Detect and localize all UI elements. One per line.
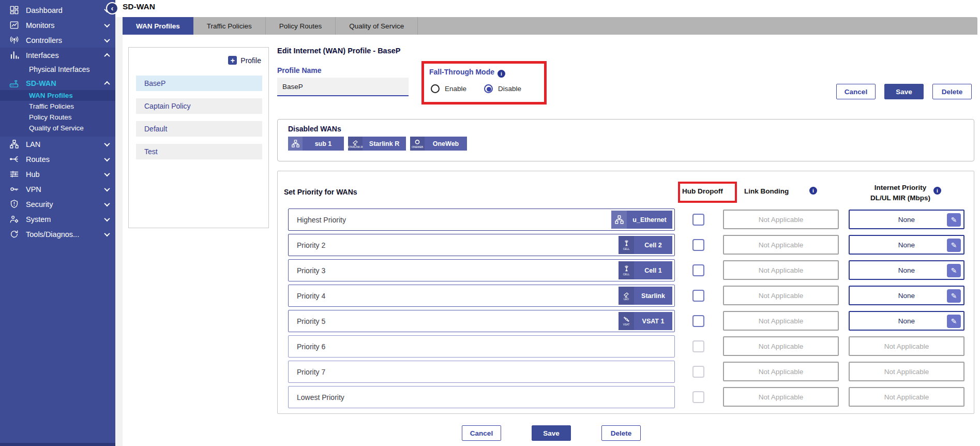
profile-item-basep[interactable]: BaseP (136, 76, 262, 91)
sidebar-item-sd-wan[interactable]: SD-WAN (0, 76, 115, 90)
priority-bar-7[interactable]: Priority 7 (288, 361, 675, 383)
sidebar-item-label: Monitors (26, 21, 98, 29)
wan-chip-sub1[interactable]: sub 1 (288, 137, 344, 151)
disable-radio[interactable]: Disable (484, 84, 521, 93)
bar-chart-icon (9, 50, 19, 61)
user-gear-icon (9, 214, 19, 225)
add-profile-button[interactable]: + Profile (228, 56, 261, 65)
sidebar-item-traffic-policies[interactable]: Traffic Policies (0, 101, 115, 112)
profile-item-default[interactable]: Default (136, 121, 262, 137)
wan-chip-oneweb[interactable]: ONEWEB OneWeb (410, 137, 467, 151)
sidebar-item-label: Physical Interfaces (29, 65, 90, 73)
hub-dropoff-checkbox[interactable] (692, 239, 704, 251)
save-button-top[interactable]: Save (884, 84, 924, 99)
sidebar-item-label: Hub (26, 170, 98, 179)
priority-bar-2[interactable]: Priority 2 CELL Cell 2 (288, 234, 675, 256)
content-gutter (115, 17, 123, 446)
hub-dropoff-checkbox[interactable] (692, 315, 704, 327)
sidebar-item-vpn[interactable]: VPN (0, 182, 115, 197)
sidebar-item-monitors[interactable]: Monitors (0, 18, 115, 33)
sidebar-item-interfaces[interactable]: Interfaces (0, 48, 115, 63)
edit-pencil-button[interactable]: ✎ (947, 315, 961, 328)
wan-chip-u-ethernet[interactable]: u_Ethernet (611, 211, 672, 229)
wan-chip-label: Cell 2 (634, 236, 672, 254)
profile-item-test[interactable]: Test (136, 144, 262, 159)
sidebar-item-quality-of-service[interactable]: Quality of Service (0, 123, 115, 133)
internet-priority-field: None ✎ (849, 260, 964, 280)
delete-button-bottom[interactable]: Delete (601, 425, 641, 441)
internet-priority-field: None ✎ (849, 210, 964, 229)
disabled-wans-chips: sub 1 STARLINK-R Starlink R ONEWEB OneWe… (288, 137, 467, 151)
tab-traffic-policies[interactable]: Traffic Policies (193, 17, 266, 35)
cancel-button-bottom[interactable]: Cancel (462, 425, 501, 441)
cell-tower-icon: CELL (619, 236, 634, 254)
link-bonding-field: Not Applicable (723, 286, 839, 305)
sidebar-item-controllers[interactable]: Controllers (0, 33, 115, 48)
profile-list-panel: + Profile BaseP Captain Policy Default T… (128, 47, 269, 228)
priority-bar-5[interactable]: Priority 5 VSAT VSAT 1 (288, 310, 675, 332)
tab-policy-routes[interactable]: Policy Routes (266, 17, 336, 35)
sidebar-item-label: Quality of Service (29, 124, 84, 132)
sidebar-item-policy-routes[interactable]: Policy Routes (0, 112, 115, 123)
cancel-button-top[interactable]: Cancel (836, 84, 876, 99)
tab-label: Quality of Service (349, 22, 404, 30)
save-button-bottom[interactable]: Save (532, 425, 571, 441)
shield-icon (9, 199, 19, 210)
hub-dropoff-checkbox[interactable] (692, 290, 704, 302)
radio-label: Disable (498, 85, 521, 93)
radio-circle-icon (484, 84, 493, 93)
wan-chip-cell1[interactable]: CELL Cell 1 (619, 261, 672, 279)
profile-name-input[interactable] (277, 78, 409, 96)
satellite-dish-icon: LEO (619, 287, 634, 305)
sidebar-item-tools-diagnostics[interactable]: Tools/Diagnos... (0, 227, 115, 242)
chevron-down-icon (104, 140, 110, 146)
wan-chip-starlink[interactable]: LEO Starlink (619, 287, 672, 305)
ethernet-network-icon (288, 137, 303, 151)
info-icon[interactable]: i (809, 187, 817, 195)
internet-priority-field: Not Applicable (849, 362, 964, 381)
sidebar-item-routes[interactable]: Routes (0, 152, 115, 167)
priority-label: Highest Priority (297, 216, 611, 224)
priority-bar-4[interactable]: Priority 4 LEO Starlink (288, 285, 675, 307)
edit-pencil-button[interactable]: ✎ (947, 264, 961, 277)
sidebar-item-dashboard[interactable]: Dashboard (0, 3, 115, 18)
wan-chip-starlink-r[interactable]: STARLINK-R Starlink R (348, 137, 406, 151)
satellite-dish-icon: STARLINK-R (348, 137, 363, 151)
chevron-down-icon (104, 155, 110, 161)
chevron-down-icon (104, 230, 110, 236)
plus-icon: + (228, 56, 237, 65)
enable-radio[interactable]: Enable (431, 84, 466, 93)
hub-dropoff-checkbox[interactable] (692, 264, 704, 276)
sidebar-item-physical-interfaces[interactable]: Physical Interfaces (0, 63, 115, 76)
sidebar-item-wan-profiles[interactable]: WAN Profiles (0, 90, 115, 101)
edit-pencil-button[interactable]: ✎ (947, 213, 961, 227)
info-icon[interactable]: i (933, 187, 941, 195)
sidebar-item-label: SD-WAN (26, 79, 98, 87)
sidebar-item-security[interactable]: Security (0, 197, 115, 212)
oneweb-ring-icon: ONEWEB (410, 137, 425, 151)
priority-bar-highest[interactable]: Highest Priority u_Ethernet (288, 209, 675, 231)
priority-bar-6[interactable]: Priority 6 (288, 335, 675, 358)
sidebar-scrollbar[interactable] (0, 443, 115, 446)
sidebar-item-system[interactable]: System (0, 212, 115, 227)
sidebar-item-hub[interactable]: Hub (0, 167, 115, 182)
wan-chip-cell2[interactable]: CELL Cell 2 (619, 236, 672, 254)
link-bonding-field: Not Applicable (723, 210, 839, 229)
profile-item-captain-policy[interactable]: Captain Policy (136, 98, 262, 114)
edit-pencil-button[interactable]: ✎ (947, 289, 961, 303)
tab-quality-of-service[interactable]: Quality of Service (336, 17, 418, 35)
sliders-icon (9, 169, 19, 180)
priority-bar-3[interactable]: Priority 3 CELL Cell 1 (288, 259, 675, 281)
priority-bar-lowest[interactable]: Lowest Priority (288, 386, 675, 408)
sidebar-item-lan[interactable]: LAN (0, 137, 115, 152)
radio-label: Enable (445, 85, 466, 93)
priority-label: Lowest Priority (297, 393, 672, 402)
wan-chip-vsat1[interactable]: VSAT VSAT 1 (619, 312, 672, 330)
link-bonding-field: Not Applicable (723, 235, 839, 255)
edit-pencil-button[interactable]: ✎ (947, 239, 961, 252)
tab-wan-profiles[interactable]: WAN Profiles (123, 17, 193, 35)
collapse-sidebar-button[interactable]: ‹ (106, 2, 118, 14)
delete-button-top[interactable]: Delete (932, 84, 972, 99)
internet-priority-field: None ✎ (849, 311, 964, 331)
hub-dropoff-checkbox[interactable] (692, 214, 704, 226)
